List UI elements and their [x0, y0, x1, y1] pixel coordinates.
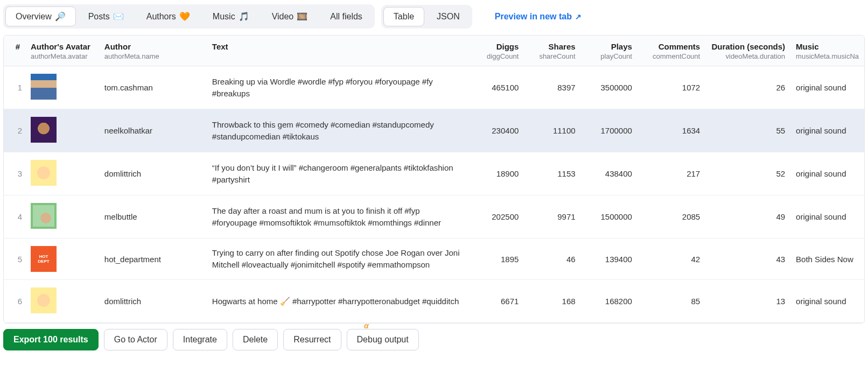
avatar: [31, 287, 57, 313]
cell-author: melbuttle: [99, 195, 207, 238]
tab-video[interactable]: Video 🎞️: [262, 6, 318, 26]
cell-author: domlittrich: [99, 280, 207, 323]
col-avatar-sub: authorMeta.avatar: [31, 52, 94, 60]
tab-json-label: JSON: [437, 12, 460, 22]
col-plays[interactable]: PlaysplayCount: [581, 36, 638, 66]
preview-label: Preview in new tab: [495, 12, 572, 22]
cell-avatar: [25, 280, 99, 323]
cell-avatar: [25, 109, 99, 152]
row-index: 6: [4, 280, 25, 323]
cell-author: tom.cashman: [99, 66, 207, 109]
col-music[interactable]: MusicmusicMeta.musicNa: [790, 36, 864, 66]
cell-music: original sound: [790, 66, 864, 109]
col-author[interactable]: AuthorauthorMeta.name: [99, 36, 207, 66]
cell-shares: 168: [524, 280, 580, 323]
table-row[interactable]: 4melbuttleThe day after a roast and mum …: [4, 195, 864, 238]
cell-shares: 9971: [524, 195, 580, 238]
delete-button[interactable]: Delete: [233, 329, 278, 350]
cell-avatar: HOTDEPT: [25, 238, 99, 280]
cell-author: hot_department: [99, 238, 207, 280]
col-text-label: Text: [212, 42, 228, 51]
cell-comments: 217: [638, 152, 705, 195]
cell-comments: 85: [638, 280, 705, 323]
col-plays-sub: playCount: [586, 52, 632, 60]
cell-duration: 13: [705, 280, 790, 323]
avatar: [31, 117, 57, 143]
tab-posts[interactable]: Posts ✉️: [78, 6, 134, 26]
row-index: 4: [4, 195, 25, 238]
col-author-sub: authorMeta.name: [104, 52, 201, 60]
avatar: [31, 74, 57, 100]
cell-text: Breaking up via Wordle #wordle #fyp #for…: [207, 66, 467, 109]
tab-posts-label: Posts: [88, 12, 110, 22]
cell-avatar: [25, 66, 99, 109]
col-comments-label: Comments: [659, 42, 701, 51]
debug-output-button[interactable]: Debug output: [347, 329, 419, 350]
cell-author: domlittrich: [99, 152, 207, 195]
col-music-label: Music: [796, 42, 819, 51]
tab-authors[interactable]: Authors 🧡: [136, 6, 200, 26]
col-duration-label: Duration (seconds): [711, 42, 785, 51]
external-link-icon: ↗: [575, 12, 582, 21]
table-row[interactable]: 5HOTDEPThot_departmentTrying to carry on…: [4, 238, 864, 280]
col-index[interactable]: #: [4, 36, 25, 66]
tab-table[interactable]: Table: [383, 7, 424, 26]
cell-avatar: [25, 195, 99, 238]
col-music-sub: musicMeta.musicNa: [796, 52, 859, 60]
tab-overview[interactable]: Overview 🔎: [5, 6, 76, 26]
format-tabs-group: Table JSON: [381, 5, 472, 29]
col-text[interactable]: Text: [207, 36, 467, 66]
col-comments[interactable]: CommentscommentCount: [638, 36, 705, 66]
tab-music[interactable]: Music 🎵: [202, 6, 260, 26]
goto-actor-button[interactable]: Go to Actor: [104, 329, 167, 350]
view-tabs-group: Overview 🔎 Posts ✉️ Authors 🧡 Music 🎵 Vi…: [3, 4, 375, 29]
table-row[interactable]: 2neelkolhatkarThrowback to this gem #com…: [4, 109, 864, 152]
tab-video-label: Video: [272, 12, 294, 22]
cell-plays: 438400: [581, 152, 638, 195]
cell-diggs: 230400: [467, 109, 524, 152]
col-diggs[interactable]: DiggsdiggCount: [467, 36, 524, 66]
cell-text: Trying to carry on after finding out Spo…: [207, 238, 467, 280]
table-row[interactable]: 3domlittrich“If you don’t buy it I will”…: [4, 152, 864, 195]
results-table-wrap: # Author's AvatarauthorMeta.avatar Autho…: [3, 35, 865, 324]
cell-text: Hogwarts at home 🧹 #harrypotter #harrypo…: [207, 280, 467, 323]
cell-comments: 42: [638, 238, 705, 280]
magnifier-icon: 🔎: [55, 11, 66, 22]
avatar: HOTDEPT: [31, 246, 57, 272]
col-comments-sub: commentCount: [643, 52, 700, 60]
col-shares-sub: shareCount: [529, 52, 575, 60]
top-toolbar: Overview 🔎 Posts ✉️ Authors 🧡 Music 🎵 Vi…: [3, 4, 865, 29]
integrate-button[interactable]: Integrate: [173, 329, 227, 350]
cell-music: Both Sides Now: [790, 238, 864, 280]
cell-plays: 1700000: [581, 109, 638, 152]
alpha-badge: α: [364, 321, 369, 330]
export-button[interactable]: Export 100 results: [3, 329, 99, 350]
preview-new-tab-link[interactable]: Preview in new tab ↗: [495, 12, 582, 22]
col-shares[interactable]: SharesshareCount: [524, 36, 580, 66]
resurrect-button[interactable]: Resurrect: [283, 329, 341, 350]
cell-shares: 1153: [524, 152, 580, 195]
table-row[interactable]: 1tom.cashmanBreaking up via Wordle #word…: [4, 66, 864, 109]
table-row[interactable]: 6domlittrichHogwarts at home 🧹 #harrypot…: [4, 280, 864, 323]
tab-allfields[interactable]: All fields: [320, 7, 373, 26]
table-header-row: # Author's AvatarauthorMeta.avatar Autho…: [4, 36, 864, 66]
cell-diggs: 202500: [467, 195, 524, 238]
cell-duration: 49: [705, 195, 790, 238]
row-index: 1: [4, 66, 25, 109]
cell-comments: 1072: [638, 66, 705, 109]
row-index: 3: [4, 152, 25, 195]
cell-music: original sound: [790, 280, 864, 323]
col-avatar[interactable]: Author's AvatarauthorMeta.avatar: [25, 36, 99, 66]
avatar: [31, 160, 57, 186]
cell-diggs: 465100: [467, 66, 524, 109]
tab-json[interactable]: JSON: [426, 7, 470, 26]
table-body: 1tom.cashmanBreaking up via Wordle #word…: [4, 66, 864, 323]
tab-music-label: Music: [213, 12, 235, 22]
col-duration[interactable]: Duration (seconds)videoMeta.duration: [705, 36, 790, 66]
col-shares-label: Shares: [549, 42, 576, 51]
music-note-icon: 🎵: [239, 11, 249, 22]
cell-plays: 168200: [581, 280, 638, 323]
cell-music: original sound: [790, 109, 864, 152]
people-icon: 🧡: [179, 11, 190, 22]
cell-music: original sound: [790, 152, 864, 195]
